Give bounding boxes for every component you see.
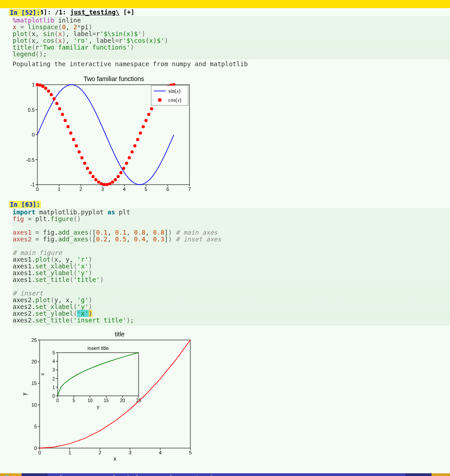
svg-point-61 xyxy=(125,162,128,165)
svg-text:15: 15 xyxy=(32,381,37,386)
svg-text:y: y xyxy=(21,393,27,395)
svg-text:1: 1 xyxy=(52,385,55,390)
svg-text:5: 5 xyxy=(52,350,55,355)
svg-point-68 xyxy=(144,119,148,122)
cell-prompt: In [52]: xyxy=(9,9,41,16)
svg-point-32 xyxy=(44,87,47,90)
svg-text:-1: -1 xyxy=(30,182,35,187)
svg-text:cos(𝑥): cos(𝑥) xyxy=(168,97,181,103)
svg-point-37 xyxy=(58,107,61,110)
svg-text:25: 25 xyxy=(136,398,141,403)
svg-point-34 xyxy=(50,93,53,96)
editor-window: IP[63]: /1: just_testing\ [+] In [52]: %… xyxy=(0,0,450,473)
svg-text:4: 4 xyxy=(159,450,162,455)
svg-point-70 xyxy=(150,107,153,110)
figure-two-familiar-functions: Two familiar functions 01234567-1-0.500.… xyxy=(13,75,193,196)
svg-point-54 xyxy=(105,183,108,186)
svg-text:5: 5 xyxy=(189,450,192,455)
svg-point-36 xyxy=(55,102,58,105)
svg-text:4: 4 xyxy=(123,186,126,192)
svg-point-62 xyxy=(128,156,131,159)
svg-text:3: 3 xyxy=(129,450,131,455)
cell-52-code[interactable]: %matplotlib inline x = linspace(0, 2*pi)… xyxy=(13,16,450,59)
svg-text:20: 20 xyxy=(120,398,125,403)
svg-text:5: 5 xyxy=(34,424,37,429)
cell-63-code[interactable]: import matplotlib.pyplot as plt fig = pl… xyxy=(13,208,450,326)
svg-point-60 xyxy=(122,167,125,170)
svg-text:sin(𝑥): sin(𝑥) xyxy=(168,88,180,94)
svg-point-38 xyxy=(61,113,64,116)
sb-pos: 34:20 xyxy=(405,473,432,476)
svg-text:4: 4 xyxy=(52,359,55,364)
svg-point-48 xyxy=(89,171,92,174)
svg-text:5: 5 xyxy=(144,186,147,192)
svg-text:2: 2 xyxy=(52,376,55,381)
svg-text:3: 3 xyxy=(101,186,104,192)
svg-point-53 xyxy=(103,183,106,186)
cell-prompt: In [63]: xyxy=(9,201,41,208)
svg-text:-0.5: -0.5 xyxy=(26,157,35,163)
svg-point-31 xyxy=(41,85,45,88)
svg-point-59 xyxy=(119,171,122,174)
svg-point-65 xyxy=(136,138,139,141)
svg-rect-85 xyxy=(40,340,190,448)
svg-text:0: 0 xyxy=(38,450,41,455)
svg-text:0: 0 xyxy=(56,398,59,403)
svg-point-67 xyxy=(142,125,145,128)
svg-point-56 xyxy=(111,181,114,184)
svg-point-49 xyxy=(91,175,94,178)
svg-text:0.5: 0.5 xyxy=(28,107,35,113)
svg-text:15: 15 xyxy=(104,398,109,403)
svg-point-41 xyxy=(69,131,72,135)
svg-point-45 xyxy=(81,156,84,159)
svg-text:2: 2 xyxy=(80,186,82,192)
svg-text:6: 6 xyxy=(166,186,169,192)
sb-left-badges: 2 1 xyxy=(0,473,22,476)
svg-text:1: 1 xyxy=(58,186,60,192)
desktop: IP[63]: /1: just_testing\ [+] In [52]: %… xyxy=(0,0,450,476)
svg-text:x: x xyxy=(40,373,45,376)
cell-52[interactable]: In [52]: %matplotlib inline x = linspace… xyxy=(13,9,450,196)
svg-text:10: 10 xyxy=(87,398,93,403)
svg-point-57 xyxy=(114,178,117,181)
svg-point-63 xyxy=(130,150,134,154)
svg-text:10: 10 xyxy=(32,402,37,408)
svg-point-58 xyxy=(117,175,120,178)
svg-text:0: 0 xyxy=(32,132,35,137)
svg-point-82 xyxy=(158,98,162,102)
svg-text:0: 0 xyxy=(36,186,39,192)
svg-point-51 xyxy=(97,181,100,184)
svg-text:x: x xyxy=(114,456,117,462)
svg-point-40 xyxy=(67,125,70,128)
svg-text:insert title: insert title xyxy=(87,345,108,351)
sb-pct: 13% xyxy=(432,473,450,476)
svg-point-42 xyxy=(72,138,75,141)
svg-point-43 xyxy=(75,144,78,147)
svg-text:3: 3 xyxy=(52,367,55,372)
svg-point-50 xyxy=(94,178,98,181)
svg-point-64 xyxy=(133,144,136,147)
svg-text:0: 0 xyxy=(52,394,55,399)
svg-text:2: 2 xyxy=(99,450,101,455)
svg-text:0: 0 xyxy=(34,445,37,451)
status-bar: 2 1 * 717 *ein: 8888/test.ipynb/just_tes… xyxy=(0,473,450,476)
cell-63[interactable]: In [63]: import matplotlib.pyplot as plt… xyxy=(13,201,450,465)
tab-just-testing[interactable]: just_testing\ xyxy=(70,8,120,16)
svg-text:1: 1 xyxy=(68,450,71,455)
svg-text:25: 25 xyxy=(32,337,37,343)
sb-buffer-name: *ein: 8888/test.ipynb/just_testing* xyxy=(48,473,188,476)
svg-text:20: 20 xyxy=(32,359,37,364)
svg-text:1: 1 xyxy=(32,82,35,87)
svg-text:y: y xyxy=(97,404,99,409)
cell-52-stdout: Populating the interactive namespace fro… xyxy=(13,59,450,70)
editor-body[interactable]: In [52]: %matplotlib inline x = linspace… xyxy=(0,8,450,473)
svg-point-55 xyxy=(108,182,111,185)
svg-text:Two familiar functions: Two familiar functions xyxy=(84,75,144,82)
sb-mode: ein:ml xyxy=(188,473,218,476)
svg-text:title: title xyxy=(115,331,125,338)
figure-title-with-inset: title 0123450510152025xy 051015202501234… xyxy=(13,330,197,465)
svg-point-66 xyxy=(139,131,142,135)
tabbar-suffix: [+] xyxy=(119,9,135,16)
svg-point-47 xyxy=(86,167,89,170)
tab-bar[interactable]: IP[63]: /1: just_testing\ [+] xyxy=(0,0,450,8)
